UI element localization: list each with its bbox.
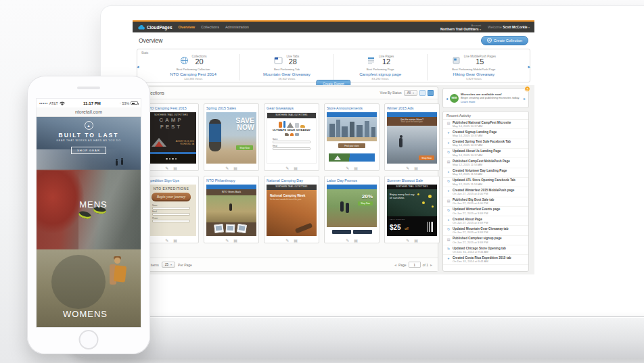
edit-icon[interactable]: ✎ — [346, 238, 349, 243]
home-button[interactable] — [79, 330, 99, 349]
womens-category-section[interactable]: WOMENS — [37, 249, 141, 327]
tab-overview[interactable]: Overview — [179, 25, 195, 29]
best-link[interactable]: Hiking Gear Giveaway — [428, 72, 520, 76]
activity-item[interactable]: ▤Published National CampFest MicrositeMa… — [443, 120, 528, 129]
trail-photo — [206, 195, 256, 222]
collection-card[interactable]: Labor Day Promos 20% Shop Now ✎▤ — [324, 176, 380, 243]
shop-now-button: Shop Now — [358, 201, 373, 205]
per-page-select[interactable]: 25▾ — [162, 262, 175, 268]
collection-title-link[interactable]: Spring 2015 Sales — [206, 106, 256, 112]
hero-banner: ▲ BUILT TO LAST GEAR THAT WORKS AS HARD … — [37, 117, 141, 170]
browser-address-bar[interactable]: ntoretail.com — [37, 107, 141, 117]
account-switcher[interactable]: Account Northern Trail Outfitters ▾ — [440, 24, 481, 31]
activity-item[interactable]: ▤Published Big Boot Sale tabOn Jan 27, 2… — [443, 197, 528, 207]
activity-item[interactable]: +Created Volunteer Day Landing PageMay 1… — [443, 168, 528, 178]
thumb-date: RICHMOND, VA — [181, 143, 194, 145]
collection-title-link[interactable]: Summer Blowout Sale — [387, 178, 437, 185]
app-brand[interactable]: CloudPages — [137, 25, 172, 30]
per-page-label: Per Page — [178, 263, 192, 267]
field-label: Name — [152, 204, 190, 207]
user-menu[interactable]: Welcome Scott McCorkle ▾ — [488, 25, 530, 29]
mens-category-section[interactable]: MENS — [37, 170, 141, 249]
activity-item[interactable]: +Created About PageOn Jan 27, 2015 at 3:… — [443, 216, 528, 226]
collection-title-link[interactable]: Gear Giveaways — [267, 106, 317, 112]
collection-title-link[interactable]: NTO Camping Fest 2015 — [146, 106, 196, 112]
collection-title-link[interactable]: National Camping Day — [267, 178, 317, 185]
collection-card[interactable]: National Camping Day NORTHERN TRAIL OUTF… — [264, 176, 319, 243]
hero-subtitle: GEAR THAT WORKS AS HARD AS YOU DO — [37, 139, 141, 142]
activity-item[interactable]: +Created Costa Rica Expedition 2015 tabO… — [443, 255, 528, 264]
collection-card[interactable]: Spring 2015 Sales SAVENOW Shop Now ✎▤ — [204, 103, 259, 171]
activity-item[interactable]: ↻Updated About Us Landing PageMay 14, 20… — [443, 149, 528, 158]
delete-icon[interactable]: ▤ — [233, 238, 237, 243]
edit-icon[interactable]: ✎ — [225, 166, 229, 170]
collection-title-link[interactable]: Labor Day Promos — [327, 178, 377, 185]
collection-card[interactable]: Gear Giveaways NORTHERN TRAIL OUTFITTERS… — [264, 103, 319, 171]
delete-icon[interactable]: ▤ — [414, 238, 418, 243]
collection-card[interactable]: Winter 2015 Ads Got the winter blues? St… — [384, 103, 440, 171]
edit-icon[interactable]: ✎ — [285, 238, 289, 243]
activity-item[interactable]: ↻Updated Winterfest Events pageOn Jan 27… — [443, 207, 528, 216]
stats-prev-arrow[interactable]: ◂ — [137, 64, 139, 70]
activity-item[interactable]: ▤Published Campfest signup pageOn Jan 27… — [443, 236, 528, 245]
activity-item[interactable]: +Created Winterfest 2015 MobilePush page… — [443, 187, 528, 197]
collection-title-link[interactable]: NTO Philanthropy — [206, 178, 256, 185]
activity-item[interactable]: +Created Spring Tent Sale Facebook TabMa… — [443, 139, 528, 149]
collection-card[interactable]: Store Announcements — [324, 103, 380, 171]
stat-value: 15 — [464, 58, 496, 66]
collection-card[interactable]: NTO Camping Fest 2015 NORTHERN TRAIL OUT… — [143, 103, 199, 171]
edit-icon[interactable]: ✎ — [346, 166, 349, 170]
microsites-promo-card[interactable]: ◂ NEW Microsites are available now! Begi… — [442, 88, 529, 108]
collection-thumbnail: NTO EXPEDITIONS Begin your journey Name … — [146, 185, 196, 236]
collection-title-link[interactable]: Expedition Sign-Ups — [146, 178, 196, 185]
collection-card[interactable]: NTO Philanthropy NTO Gives Back ✎▤ — [204, 176, 259, 243]
delete-icon[interactable]: ▤ — [294, 166, 298, 170]
edit-icon[interactable]: ✎ — [165, 238, 168, 243]
create-collection-button[interactable]: + Create Collection — [481, 36, 528, 45]
best-link[interactable]: Mountain Gear Giveaway — [240, 72, 333, 76]
delete-icon[interactable]: ▤ — [414, 166, 418, 170]
collection-card[interactable]: Expedition Sign-Ups NTO EXPEDITIONS Begi… — [143, 176, 199, 243]
activity-item[interactable]: ▤Published CampFest MobilePush PageMay 1… — [443, 158, 528, 168]
activity-item[interactable]: ↻Updated Chicago Store Opening tabOn Dec… — [443, 245, 528, 255]
delete-icon[interactable]: ▤ — [354, 166, 358, 170]
delete-icon[interactable]: ▤ — [354, 238, 358, 243]
browser-tab-icon — [274, 56, 283, 65]
delete-icon[interactable]: ▤ — [233, 166, 237, 170]
promo-next-arrow[interactable]: ▸ — [524, 96, 526, 101]
list-view-toggle[interactable] — [428, 90, 434, 96]
background-band — [78, 170, 141, 249]
delete-icon[interactable]: ▤ — [173, 238, 177, 243]
edit-icon[interactable]: ✎ — [406, 166, 409, 170]
stats-next-arrow[interactable]: ▸ — [528, 64, 530, 70]
best-link[interactable]: NTO Camping Fest 2014 — [147, 72, 239, 76]
prev-page-arrow[interactable]: ◂ — [394, 262, 396, 267]
coupon-unit: off — [405, 226, 408, 231]
delete-icon[interactable]: ▤ — [294, 238, 298, 243]
next-page-arrow[interactable]: ▸ — [430, 262, 432, 267]
page-number-input[interactable] — [409, 262, 421, 268]
activity-item[interactable]: ↻Updated Mountain Gear Giveaway tabOn Ja… — [443, 226, 528, 235]
best-link[interactable]: Campfest signup page — [334, 72, 427, 76]
promo-prev-arrow[interactable]: ◂ — [446, 96, 448, 101]
activity-item[interactable]: ↻Updated ATL Store Opening Facebook TabM… — [443, 178, 528, 187]
activity-item[interactable]: +Created Signup Landing PageMay 14, 2015… — [443, 129, 528, 139]
status-filter-select[interactable]: All▾ — [404, 90, 417, 96]
thumb-headline: NTO EXPEDITIONS — [146, 187, 196, 191]
learn-more-link[interactable]: Learn more — [461, 100, 475, 103]
collection-title-link[interactable]: Store Announcements — [327, 106, 377, 112]
stat-value: 20 — [192, 58, 207, 66]
collection-title-link[interactable]: Winter 2015 Ads — [387, 106, 437, 112]
tab-collections[interactable]: Collections — [201, 25, 219, 29]
delete-icon[interactable]: ▤ — [173, 166, 177, 170]
grid-view-toggle[interactable] — [419, 90, 426, 96]
tab-administration[interactable]: Administration — [225, 25, 249, 29]
edit-icon[interactable]: ✎ — [165, 166, 168, 170]
edit-icon[interactable]: ✎ — [285, 166, 289, 170]
collection-card[interactable]: Summer Blowout Sale NORTHERN TRAIL OUTFI… — [384, 176, 440, 243]
trail-walkers-photo: 20% Shop Now — [327, 189, 377, 227]
view-by-status-label: View By Status — [380, 91, 401, 95]
thumb-headline: NTO Gives Back — [206, 189, 256, 195]
edit-icon[interactable]: ✎ — [406, 238, 409, 243]
edit-icon[interactable]: ✎ — [225, 238, 229, 243]
